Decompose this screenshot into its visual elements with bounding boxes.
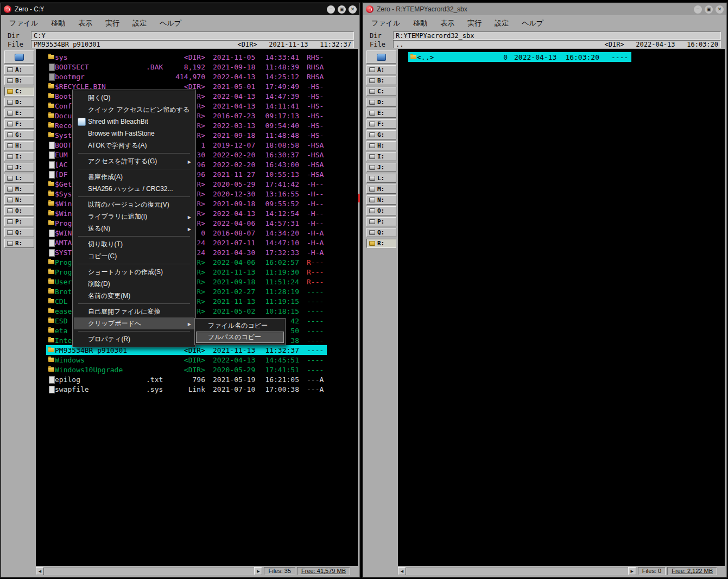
horizontal-scrollbar[interactable] <box>406 567 628 575</box>
context-menu-item[interactable]: 送る(N) <box>74 222 194 234</box>
drive-button-a[interactable]: A: <box>366 65 396 74</box>
file-row[interactable]: swapfile.sysLink2021-07-1017:00:38---A <box>46 384 327 394</box>
scroll-right-button[interactable] <box>254 567 262 575</box>
menubar-item-2[interactable]: 移動 <box>407 18 434 28</box>
drive-button-l[interactable]: L: <box>366 174 396 183</box>
file-row[interactable]: <..>02022-04-1316:03:20---- <box>408 52 631 62</box>
context-menu-item[interactable]: ショートカットの作成(S) <box>74 266 194 278</box>
title-bar[interactable]: Zero - R:¥TEMP¥acrord32_sbx <box>363 3 726 15</box>
menubar-item-1[interactable]: ファイル <box>3 18 45 28</box>
drive-button-j[interactable]: J: <box>366 163 396 172</box>
close-button[interactable] <box>716 5 724 14</box>
file-name-field[interactable]: ..<DIR> 2022-04-13 16:03:20 <box>393 40 721 48</box>
drive-button-c[interactable]: C: <box>366 87 396 96</box>
menubar-item-5[interactable]: 設定 <box>126 18 153 28</box>
drive-button-d[interactable]: D: <box>366 98 396 107</box>
minimize-button[interactable] <box>327 5 335 14</box>
close-button[interactable] <box>349 5 357 14</box>
context-menu-item[interactable]: Browse with FastStone <box>74 128 194 139</box>
drive-button-e[interactable]: E: <box>366 109 396 118</box>
context-menu-item[interactable]: 書庫作成(A) <box>74 171 194 183</box>
context-menu-item[interactable]: 名前の変更(M) <box>74 290 194 302</box>
file-attr: ---- <box>307 346 325 354</box>
drive-button-r[interactable]: R: <box>366 239 396 248</box>
menubar-item-2[interactable]: 移動 <box>45 18 72 28</box>
menubar-item-6[interactable]: ヘルプ <box>515 18 550 28</box>
drive-button-d[interactable]: D: <box>4 98 34 107</box>
menubar-item-4[interactable]: 実行 <box>461 18 488 28</box>
context-menu-item[interactable]: Shred with BleachBit <box>74 116 194 128</box>
context-menu-item[interactable]: 切り取り(T) <box>74 238 194 250</box>
context-menu-item[interactable]: コピー(C) <box>74 250 194 262</box>
context-menu-item[interactable]: 自己展開ファイルに変換 <box>74 306 194 317</box>
computer-button[interactable] <box>366 50 396 63</box>
drive-button-j[interactable]: J: <box>4 163 34 172</box>
context-menu-item[interactable]: SHA256 ハッシュ / CRC32... <box>74 183 194 195</box>
file-time: 10:55:13 <box>265 170 299 179</box>
computer-button[interactable] <box>4 50 34 63</box>
drive-button-p[interactable]: P: <box>4 217 34 226</box>
drive-button-p[interactable]: P: <box>366 217 396 226</box>
drive-button-i[interactable]: I: <box>366 152 396 161</box>
scroll-right-button[interactable] <box>628 567 636 575</box>
drive-button-c[interactable]: C: <box>4 87 34 96</box>
horizontal-scrollbar[interactable] <box>44 567 254 575</box>
context-menu-item[interactable]: プロパティ(R) <box>74 333 194 345</box>
drive-button-h[interactable]: H: <box>366 141 396 150</box>
drive-button-g[interactable]: G: <box>366 130 396 139</box>
maximize-button[interactable] <box>338 5 346 14</box>
dir-path-field[interactable]: C:¥ <box>31 31 354 40</box>
context-menu-item[interactable]: 以前のバージョンの復元(V) <box>74 199 194 211</box>
menu-item-label: 自己展開ファイルに変換 <box>88 307 160 316</box>
file-date: 2022-04-13 <box>213 209 256 218</box>
maximize-button[interactable] <box>705 5 713 14</box>
file-row[interactable]: sys<DIR>2021-11-0514:33:41RHS- <box>46 52 327 62</box>
menubar-item-1[interactable]: ファイル <box>365 18 407 28</box>
file-row[interactable]: Windows<DIR>2022-04-1314:45:51---- <box>46 355 327 365</box>
drive-button-r[interactable]: R: <box>4 239 34 248</box>
context-menu-item[interactable]: フルパスのコピー <box>196 332 284 343</box>
dir-path-field[interactable]: R:¥TEMP¥acrord32_sbx <box>393 31 721 40</box>
file-row[interactable]: Windows10Upgrade<DIR>2020-05-2917:41:51-… <box>46 365 327 374</box>
context-menu-item[interactable]: 開く(O) <box>74 92 194 104</box>
drive-button-h[interactable]: H: <box>4 141 34 150</box>
context-menu-item[interactable]: ファイル名のコピー <box>196 320 284 332</box>
drive-button-n[interactable]: N: <box>4 195 34 205</box>
file-row[interactable]: bootmgr414,9702022-04-1314:25:12RHSA <box>46 72 327 81</box>
context-menu-item[interactable]: ライブラリに追加(I) <box>74 211 194 222</box>
drive-button-i[interactable]: I: <box>4 152 34 161</box>
drive-button-f[interactable]: F: <box>366 119 396 129</box>
menubar-item-6[interactable]: ヘルプ <box>153 18 188 28</box>
drive-button-l[interactable]: L: <box>4 174 34 183</box>
drive-button-b[interactable]: B: <box>4 76 34 85</box>
scroll-left-button[interactable] <box>398 567 406 575</box>
scroll-left-button[interactable] <box>36 567 44 575</box>
menu-icon-space <box>75 212 88 221</box>
drive-button-q[interactable]: Q: <box>4 228 34 237</box>
drive-button-f[interactable]: F: <box>4 119 34 129</box>
context-menu-item[interactable]: アクセスを許可する(G) <box>74 155 194 167</box>
drive-button-e[interactable]: E: <box>4 109 34 118</box>
context-menu-item[interactable]: クイック アクセスにピン留めする <box>74 104 194 116</box>
context-menu-item[interactable]: 削除(D) <box>74 278 194 290</box>
menubar-item-4[interactable]: 実行 <box>99 18 126 28</box>
drive-button-m[interactable]: M: <box>4 184 34 194</box>
context-menu-item[interactable]: クリップボードへ <box>74 317 194 329</box>
menubar-item-3[interactable]: 表示 <box>72 18 99 28</box>
menubar-item-5[interactable]: 設定 <box>488 18 515 28</box>
title-bar[interactable]: Zero - C:¥ <box>1 3 359 15</box>
minimize-button[interactable] <box>694 5 702 14</box>
drive-button-o[interactable]: O: <box>4 206 34 215</box>
drive-button-o[interactable]: O: <box>366 206 396 215</box>
drive-button-g[interactable]: G: <box>4 130 34 139</box>
file-row[interactable]: epilog.txt7962021-05-1916:21:05---A <box>46 374 327 384</box>
file-row[interactable]: BOOTSECT.BAK8,1922021-09-1811:48:39RHSA <box>46 62 327 72</box>
drive-button-a[interactable]: A: <box>4 65 34 74</box>
drive-button-m[interactable]: M: <box>366 184 396 194</box>
context-menu-item[interactable]: ATOKで学習する(A) <box>74 139 194 151</box>
drive-button-b[interactable]: B: <box>366 76 396 85</box>
menubar-item-3[interactable]: 表示 <box>434 18 461 28</box>
drive-button-n[interactable]: N: <box>366 195 396 205</box>
drive-button-q[interactable]: Q: <box>366 228 396 237</box>
file-name-field[interactable]: PM93534BR_p910301<DIR> 2021-11-13 11:32:… <box>31 40 354 48</box>
